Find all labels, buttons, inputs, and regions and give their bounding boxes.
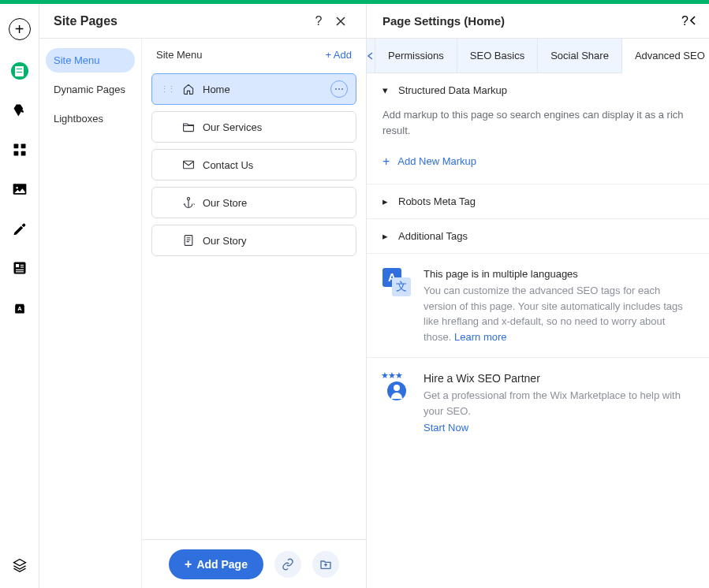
add-icon[interactable]: + bbox=[9, 18, 31, 40]
help-icon[interactable]: ? bbox=[308, 10, 330, 32]
page-name: Home bbox=[203, 84, 323, 95]
section-robots[interactable]: ▸ Robots Meta Tag bbox=[367, 184, 709, 218]
close-icon[interactable] bbox=[330, 10, 352, 32]
section-title: Additional Tags bbox=[398, 230, 468, 242]
page-row-store[interactable]: ⋮⋮ Our Store ⋯ bbox=[151, 187, 356, 218]
caret-right-icon: ▸ bbox=[382, 230, 390, 242]
svg-rect-2 bbox=[13, 151, 18, 156]
tab-seo-basics[interactable]: SEO Basics bbox=[457, 39, 538, 73]
home-icon bbox=[182, 83, 195, 95]
plus-icon: + bbox=[382, 152, 390, 171]
multilang-icon: A文 bbox=[382, 268, 411, 296]
nav-site-menu[interactable]: Site Menu bbox=[46, 48, 135, 73]
multilang-info: A文 This page is in multiple languages Yo… bbox=[367, 254, 709, 358]
left-rail: + A bbox=[0, 4, 39, 588]
svg-rect-1 bbox=[21, 144, 25, 149]
add-page-button[interactable]: +Add Page bbox=[169, 549, 263, 579]
list-title: Site Menu bbox=[156, 49, 325, 61]
add-page-label: Add Page bbox=[196, 558, 248, 571]
add-markup-button[interactable]: + Add New Markup bbox=[382, 152, 693, 171]
svg-rect-8 bbox=[20, 265, 23, 266]
seo-partner-title: Hire a Wix SEO Partner bbox=[424, 372, 693, 385]
mail-icon bbox=[182, 158, 195, 171]
page-name: Our Store bbox=[203, 197, 323, 209]
start-now-link[interactable]: Start Now bbox=[424, 422, 693, 434]
back-icon[interactable] bbox=[688, 14, 698, 28]
seo-partner-info: ★★★ Hire a Wix SEO Partner Get a profess… bbox=[367, 358, 709, 446]
svg-rect-3 bbox=[21, 151, 25, 156]
svg-rect-9 bbox=[20, 266, 23, 267]
content-icon[interactable] bbox=[11, 259, 28, 277]
drag-handle-icon[interactable]: ⋮⋮ bbox=[160, 84, 174, 95]
folder-action-icon[interactable] bbox=[312, 551, 339, 578]
media-icon[interactable] bbox=[11, 180, 28, 198]
page-name: Contact Us bbox=[203, 159, 323, 171]
design-icon[interactable] bbox=[11, 102, 28, 119]
help-icon[interactable]: ? bbox=[681, 14, 688, 28]
seo-partner-desc: Get a professional from the Wix Marketpl… bbox=[424, 388, 693, 419]
seo-partner-icon: ★★★ bbox=[382, 372, 411, 400]
tab-social-share[interactable]: Social Share bbox=[538, 39, 622, 73]
svg-rect-7 bbox=[16, 264, 19, 267]
more-icon[interactable]: ⋯ bbox=[330, 80, 348, 98]
folder-icon bbox=[182, 121, 195, 133]
add-menu-item[interactable]: + Add bbox=[325, 49, 352, 61]
page-settings-title: Page Settings (Home) bbox=[382, 14, 681, 28]
learn-more-link[interactable]: Learn more bbox=[454, 331, 506, 343]
svg-rect-13 bbox=[184, 161, 194, 169]
svg-text:A: A bbox=[17, 305, 22, 312]
caret-right-icon: ▸ bbox=[382, 195, 390, 207]
add-markup-label: Add New Markup bbox=[397, 154, 476, 169]
svg-point-5 bbox=[16, 187, 18, 189]
page-row-home[interactable]: ⋮⋮ Home ⋯ bbox=[151, 73, 356, 105]
page-row-story[interactable]: ⋮⋮ Our Story ⋯ bbox=[151, 225, 356, 256]
section-additional[interactable]: ▸ Additional Tags bbox=[367, 219, 709, 253]
svg-rect-0 bbox=[13, 144, 18, 149]
pages-icon[interactable] bbox=[11, 62, 28, 80]
site-pages-panel: Site Pages ? Site Menu Dynamic Pages Lig… bbox=[39, 4, 367, 588]
svg-rect-10 bbox=[16, 270, 24, 270]
pages-list-panel: Site Menu + Add ⋮⋮ Home ⋯ ⋮⋮ Our Service… bbox=[142, 39, 366, 588]
layers-icon[interactable] bbox=[11, 556, 28, 574]
section-description: Add markup to this page so search engine… bbox=[382, 107, 693, 138]
tabs-scroll-left[interactable] bbox=[367, 39, 375, 73]
page-name: Our Story bbox=[203, 235, 323, 247]
apps-icon[interactable] bbox=[11, 141, 28, 158]
section-title: Structured Data Markup bbox=[398, 84, 507, 96]
tab-permissions[interactable]: Permissions bbox=[375, 39, 457, 73]
link-icon[interactable] bbox=[274, 551, 301, 578]
anchor-icon bbox=[182, 196, 195, 209]
section-structured-data[interactable]: ▾ Structured Data Markup bbox=[367, 73, 709, 107]
site-pages-title: Site Pages bbox=[54, 14, 308, 28]
tab-advanced-seo[interactable]: Advanced SEO bbox=[622, 39, 709, 73]
page-row-contact[interactable]: ⋮⋮ Contact Us ⋯ bbox=[151, 149, 356, 180]
page-name: Our Services bbox=[203, 121, 323, 133]
nav-dynamic-pages[interactable]: Dynamic Pages bbox=[46, 77, 135, 102]
pages-nav: Site Menu Dynamic Pages Lightboxes bbox=[39, 39, 142, 588]
store-icon[interactable]: A bbox=[11, 299, 28, 316]
settings-tabs: Permissions SEO Basics Social Share Adva… bbox=[367, 39, 709, 73]
svg-rect-11 bbox=[16, 271, 24, 272]
page-settings-panel: Page Settings (Home) ? Permissions SEO B… bbox=[367, 4, 709, 588]
page-row-services[interactable]: ⋮⋮ Our Services ⋯ bbox=[151, 111, 356, 143]
svg-point-14 bbox=[187, 198, 189, 200]
svg-rect-15 bbox=[185, 236, 192, 246]
multilang-title: This page is in multiple languages bbox=[424, 268, 693, 280]
nav-lightboxes[interactable]: Lightboxes bbox=[46, 106, 135, 131]
page-icon bbox=[182, 234, 195, 247]
blog-icon[interactable] bbox=[11, 220, 28, 237]
section-title: Robots Meta Tag bbox=[398, 195, 476, 207]
caret-down-icon: ▾ bbox=[382, 84, 390, 96]
